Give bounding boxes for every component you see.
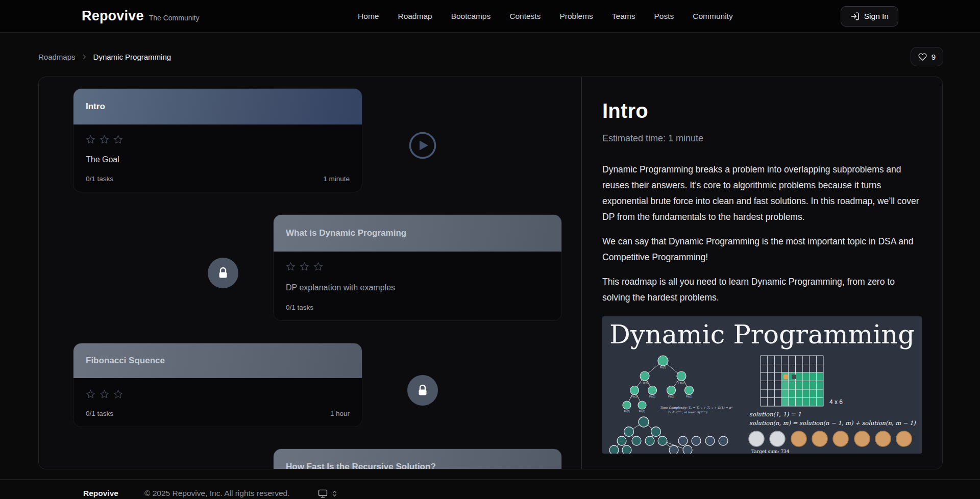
detail-paragraph: This roadmap is all you need to learn Dy… bbox=[602, 274, 923, 306]
nav-bootcamps[interactable]: Bootcamps bbox=[451, 12, 491, 21]
svg-text:Fib(5): Fib(5) bbox=[660, 366, 666, 369]
star-icon bbox=[100, 135, 109, 144]
footer-copyright: © 2025 Repovive, Inc. All rights reserve… bbox=[144, 489, 290, 498]
star-icon bbox=[86, 389, 95, 399]
brand-name: Repovive bbox=[82, 8, 144, 24]
card-meta: 0/1 tasks 1 hour bbox=[86, 410, 350, 417]
difficulty-stars bbox=[286, 262, 549, 271]
roadmap-node-how-fast[interactable]: How Fast Is the Recursive Solution? bbox=[273, 448, 562, 469]
svg-text:Fib(4): Fib(4) bbox=[642, 382, 648, 384]
tasks-count: 0/1 tasks bbox=[86, 175, 113, 183]
card-header: What is Dynamic Programing bbox=[274, 215, 561, 252]
card-header: Fibonacci Squence bbox=[74, 343, 362, 378]
roadmap-node-intro[interactable]: Intro The Goal 0/1 tasks 1 minute bbox=[73, 88, 362, 192]
theme-selector[interactable] bbox=[318, 489, 337, 498]
play-button[interactable] bbox=[409, 132, 436, 159]
svg-text:Fib(1): Fib(1) bbox=[639, 410, 645, 413]
time-estimate: 1 hour bbox=[330, 410, 350, 417]
svg-text:Fib(1): Fib(1) bbox=[686, 395, 692, 398]
svg-text:solution(1, 1) = 1: solution(1, 1) = 1 bbox=[749, 411, 801, 418]
footer: Repovive © 2025 Repovive, Inc. All right… bbox=[0, 479, 980, 499]
svg-text:Fib(3): Fib(3) bbox=[678, 382, 684, 384]
card-title: Intro bbox=[86, 102, 105, 112]
brand-logo[interactable]: Repovive The Community bbox=[82, 8, 250, 24]
breadcrumb-current: Dynamic Programming bbox=[93, 53, 172, 61]
nav-roadmap[interactable]: Roadmap bbox=[398, 12, 432, 21]
detail-paragraph: Dynamic Programming breaks a problem int… bbox=[602, 162, 923, 225]
breadcrumb-roadmaps[interactable]: Roadmaps bbox=[38, 53, 76, 61]
svg-text:Fib(2): Fib(2) bbox=[649, 395, 655, 398]
card-body: The Goal 0/1 tasks 1 minute bbox=[74, 124, 362, 192]
svg-text:Time Complexity: Tₙ = Tₙ₋₁ +: Time Complexity: Tₙ = Tₙ₋₁ + Tₙ₋₂ + O(1)… bbox=[660, 406, 732, 410]
roadmap-node-what-is-dp[interactable]: What is Dynamic Programing DP explanatio… bbox=[273, 214, 562, 321]
star-icon bbox=[313, 262, 323, 271]
chevron-up-down-icon bbox=[332, 490, 337, 497]
detail-title: Intro bbox=[602, 99, 922, 122]
card-title: What is Dynamic Programing bbox=[286, 228, 406, 238]
roadmap-node-fibonacci[interactable]: Fibonacci Squence 0/1 tasks 1 hour bbox=[73, 343, 362, 427]
difficulty-stars bbox=[86, 135, 350, 144]
brand-tagline: The Community bbox=[149, 14, 200, 22]
card-title: How Fast Is the Recursive Solution? bbox=[286, 462, 436, 469]
nav-home[interactable]: Home bbox=[358, 12, 379, 21]
login-icon bbox=[850, 12, 860, 21]
card-title: Fibonacci Squence bbox=[86, 356, 165, 366]
svg-text:Target sum: 734: Target sum: 734 bbox=[751, 449, 790, 454]
like-button[interactable]: 9 bbox=[911, 47, 943, 66]
detail-panel: Intro Estimated time: 1 minute Dynamic P… bbox=[582, 77, 942, 469]
svg-text:solution(n, m) = solution(n −: solution(n, m) = solution(n − 1, m) + so… bbox=[749, 419, 916, 427]
card-header: Intro bbox=[74, 89, 362, 124]
nav-community[interactable]: Community bbox=[693, 12, 732, 21]
card-header: How Fast Is the Recursive Solution? bbox=[274, 449, 561, 469]
breadcrumb: Roadmaps Dynamic Programming bbox=[38, 53, 171, 61]
star-icon bbox=[286, 262, 296, 271]
star-icon bbox=[100, 389, 109, 399]
illustration-graphics: Fib(5) Fib(4)Fib(3) Fib(3)Fib(2) Fib(2)F… bbox=[602, 316, 922, 454]
nav-contests[interactable]: Contests bbox=[509, 12, 541, 21]
star-icon bbox=[113, 389, 123, 399]
lock-icon bbox=[407, 375, 438, 406]
heart-icon bbox=[918, 53, 927, 61]
dynamic-programming-illustration: Dynamic Programming Fib(5) bbox=[602, 316, 922, 454]
chevron-right-icon bbox=[81, 53, 88, 61]
tasks-count: 0/1 tasks bbox=[86, 410, 113, 417]
card-subtitle: The Goal bbox=[86, 155, 350, 164]
breadcrumb-row: Roadmaps Dynamic Programming 9 bbox=[0, 46, 980, 67]
star-icon bbox=[86, 135, 95, 144]
sign-in-button[interactable]: Sign In bbox=[841, 6, 898, 27]
svg-text:Tₙ ∈ 2ⁿᐟ² , at least O(2ⁿᐟ²): Tₙ ∈ 2ⁿᐟ² , at least O(2ⁿᐟ²) bbox=[668, 410, 707, 414]
monitor-icon bbox=[318, 489, 328, 498]
svg-text:Fib(2): Fib(2) bbox=[668, 395, 674, 398]
card-meta: 0/1 tasks bbox=[286, 304, 549, 311]
nav-teams[interactable]: Teams bbox=[612, 12, 635, 21]
footer-brand: Repovive bbox=[83, 489, 144, 498]
svg-text:4 x 6: 4 x 6 bbox=[829, 398, 843, 406]
nav-problems[interactable]: Problems bbox=[559, 12, 593, 21]
estimated-time: Estimated time: 1 minute bbox=[602, 133, 922, 144]
card-body: DP explanation with examples 0/1 tasks bbox=[274, 252, 561, 320]
like-count: 9 bbox=[932, 53, 936, 61]
roadmap-container: Intro The Goal 0/1 tasks 1 minute bbox=[38, 77, 943, 469]
difficulty-stars bbox=[86, 389, 350, 399]
detail-paragraph: We can say that Dynamic Programming is t… bbox=[602, 234, 923, 265]
svg-text:Fib(3): Fib(3) bbox=[631, 395, 638, 398]
sign-in-label: Sign In bbox=[864, 12, 889, 21]
tasks-count: 0/1 tasks bbox=[286, 304, 313, 311]
card-body: 0/1 tasks 1 hour bbox=[74, 378, 362, 427]
card-meta: 0/1 tasks 1 minute bbox=[86, 175, 350, 183]
nav-posts[interactable]: Posts bbox=[654, 12, 674, 21]
lock-icon bbox=[208, 258, 238, 288]
star-icon bbox=[300, 262, 309, 271]
svg-text:Fib(2): Fib(2) bbox=[624, 410, 630, 413]
card-subtitle: DP explanation with examples bbox=[286, 283, 549, 292]
time-estimate: 1 minute bbox=[323, 175, 350, 183]
top-navbar: Repovive The Community Home Roadmap Boot… bbox=[0, 0, 980, 33]
main-nav: Home Roadmap Bootcamps Contests Problems… bbox=[250, 12, 841, 21]
roadmap-canvas[interactable]: Intro The Goal 0/1 tasks 1 minute bbox=[39, 77, 581, 469]
star-icon bbox=[113, 135, 123, 144]
